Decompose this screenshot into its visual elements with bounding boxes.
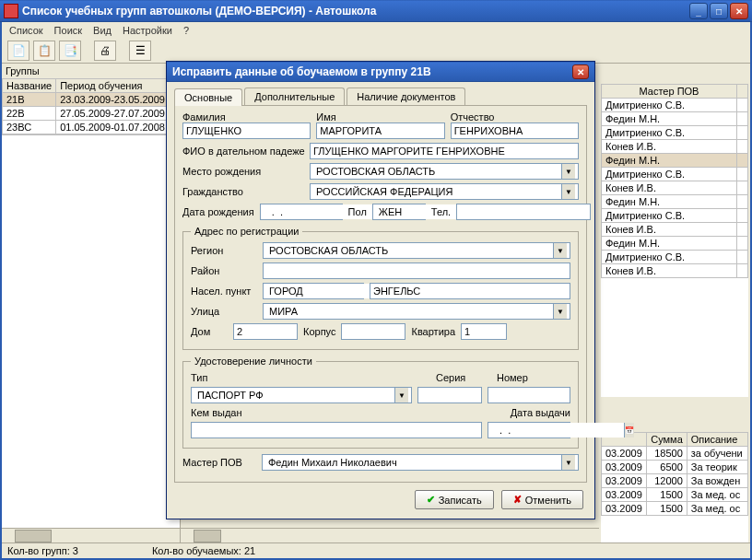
toolbar-btn-5[interactable]: ☰ [129, 41, 151, 61]
table-row[interactable]: Дмитриенко С.В. [602, 99, 748, 112]
table-row[interactable]: Конев И.В. [602, 223, 748, 237]
table-row[interactable]: Конев И.В. [602, 181, 748, 195]
dialog-title: Исправить данные об боучаемом в группу 2… [172, 65, 572, 78]
patronymic-field[interactable] [451, 122, 579, 139]
table-row[interactable]: Федин М.Н. [602, 195, 748, 209]
house-field[interactable] [233, 323, 298, 340]
status-students: Кол-во обучаемых: 21 [152, 545, 255, 556]
label-street: Улица [191, 306, 257, 317]
payments-col-sum[interactable]: Сумма [646, 433, 687, 447]
flat-field[interactable] [461, 323, 507, 340]
dialog-close-button[interactable]: ✕ [572, 64, 589, 79]
edit-student-dialog: Исправить данные об боучаемом в группу 2… [166, 61, 595, 519]
groups-grid[interactable]: Название Период обучения 21В 23.03.2009-… [2, 78, 180, 134]
table-row[interactable]: Федин М.Н. [602, 237, 748, 251]
region-combo[interactable]: ▼ [263, 242, 570, 259]
cancel-button[interactable]: ✘ Отменить [501, 490, 583, 509]
menu-list[interactable]: Список [9, 25, 43, 36]
surname-field[interactable] [182, 122, 311, 139]
window-title: Список учебных групп автошколы (ДЕМО-ВЕР… [22, 5, 689, 18]
table-row[interactable]: 03.20091500За мед. ос [602, 488, 748, 502]
district-field[interactable] [263, 262, 570, 279]
birthdate-field[interactable]: 📅 [260, 204, 343, 220]
settlement-field[interactable] [370, 283, 570, 299]
minimize-button[interactable]: _ [689, 3, 708, 19]
chevron-down-icon[interactable]: ▼ [394, 388, 408, 402]
payments-col-desc[interactable]: Описание [687, 433, 747, 447]
groups-hscroll[interactable] [2, 528, 180, 542]
chevron-down-icon[interactable]: ▼ [553, 243, 567, 258]
label-sex: Пол [348, 206, 367, 217]
table-row[interactable]: Дмитриенко С.В. [602, 251, 748, 264]
chevron-down-icon[interactable]: ▼ [561, 164, 575, 179]
table-row[interactable]: Конев И.В. [602, 264, 748, 278]
sex-combo[interactable]: ▼ [372, 204, 426, 220]
payments-grid[interactable]: Сумма Описание 03.200918500за обучени 03… [601, 432, 748, 516]
table-row[interactable]: Дмитриенко С.В. [602, 209, 748, 223]
issue-date-field[interactable]: 📅 [488, 422, 570, 438]
chevron-down-icon[interactable]: ▼ [553, 304, 567, 319]
groups-col-name[interactable]: Название [3, 79, 56, 93]
issued-by-field[interactable] [191, 422, 482, 438]
table-row[interactable]: Федин М.Н. [602, 154, 748, 168]
status-groups: Кол-во групп: 3 [7, 545, 78, 556]
toolbar-btn-1[interactable]: 📄 [7, 41, 29, 61]
menu-help[interactable]: ? [183, 25, 189, 36]
label-building: Корпус [303, 326, 335, 337]
master-combo[interactable]: ▼ [262, 454, 579, 471]
table-row[interactable]: Дмитриенко С.В. [602, 168, 748, 181]
toolbar-btn-3[interactable]: 📑 [59, 41, 81, 61]
masters-col[interactable]: Мастер ПОВ [602, 85, 737, 99]
table-row[interactable]: Конев И.В. [602, 140, 748, 154]
label-house: Дом [191, 326, 228, 337]
address-group: Адрес по регистрации Регион ▼ Район Насе… [182, 226, 579, 350]
table-row[interactable]: 03.20091500За мед. ос [602, 502, 748, 516]
label-issue-date: Дата выдачи [511, 407, 570, 418]
citizenship-combo[interactable]: ▼ [310, 183, 579, 200]
menu-search[interactable]: Поиск [54, 25, 82, 36]
table-row[interactable]: 03.200912000За вожден [602, 474, 748, 488]
close-button[interactable]: ✕ [730, 3, 748, 19]
save-button[interactable]: ✔ Записать [415, 490, 494, 509]
table-row[interactable]: 21В 23.03.2009-23.05.2009 [3, 93, 180, 107]
tab-extra[interactable]: Дополнительные [244, 88, 345, 105]
table-row[interactable]: Федин М.Н. [602, 112, 748, 126]
toolbar-btn-2[interactable]: 📋 [33, 41, 55, 61]
maximize-button[interactable]: □ [710, 3, 728, 19]
calendar-icon[interactable]: 📅 [624, 423, 634, 438]
table-row[interactable]: 23ВС 01.05.2009-01.07.2008 [3, 121, 180, 134]
id-legend: Удостоверение личности [191, 356, 316, 367]
menu-settings[interactable]: Настройки [123, 25, 172, 36]
id-number-field[interactable] [488, 387, 570, 403]
label-id-number: Номер [497, 372, 570, 383]
groups-pane: Группы Название Период обучения 21В 23.0… [2, 64, 181, 542]
dialog-titlebar[interactable]: Исправить данные об боучаемом в группу 2… [167, 62, 594, 82]
chevron-down-icon[interactable]: ▼ [561, 455, 575, 470]
label-citizenship: Гражданство [182, 186, 304, 197]
name-field[interactable] [316, 122, 444, 139]
groups-col-period[interactable]: Период обучения [56, 79, 180, 93]
toolbar-print[interactable]: 🖨 [94, 41, 116, 61]
table-row[interactable]: 03.20096500За теорик [602, 461, 748, 474]
table-row[interactable]: 22В 27.05.2009-27.07.2009 [3, 107, 180, 121]
fio-dat-field[interactable] [310, 143, 579, 159]
table-row[interactable]: Дмитриенко С.В. [602, 126, 748, 140]
label-id-series: Серия [436, 372, 491, 383]
birthplace-combo[interactable]: ▼ [310, 163, 579, 180]
id-type-combo[interactable]: ▼ [191, 387, 412, 403]
id-series-field[interactable] [417, 387, 482, 403]
main-hscroll[interactable] [181, 528, 599, 542]
chevron-down-icon[interactable]: ▼ [561, 184, 575, 199]
table-row[interactable]: 03.200918500за обучени [602, 447, 748, 461]
label-district: Район [191, 265, 257, 276]
street-combo[interactable]: ▼ [263, 303, 570, 320]
label-name: Имя [316, 111, 335, 122]
settlement-type-combo[interactable]: ▼ [263, 283, 364, 299]
tab-docs[interactable]: Наличие документов [347, 88, 465, 105]
menu-view[interactable]: Вид [93, 25, 112, 36]
tel-field[interactable] [456, 204, 591, 220]
masters-grid[interactable]: Мастер ПОВ Дмитриенко С.В. Федин М.Н. Дм… [601, 84, 748, 278]
tab-main[interactable]: Основные [174, 88, 242, 106]
building-field[interactable] [341, 323, 405, 340]
label-fio-dat: ФИО в дательном падеже [182, 146, 304, 157]
